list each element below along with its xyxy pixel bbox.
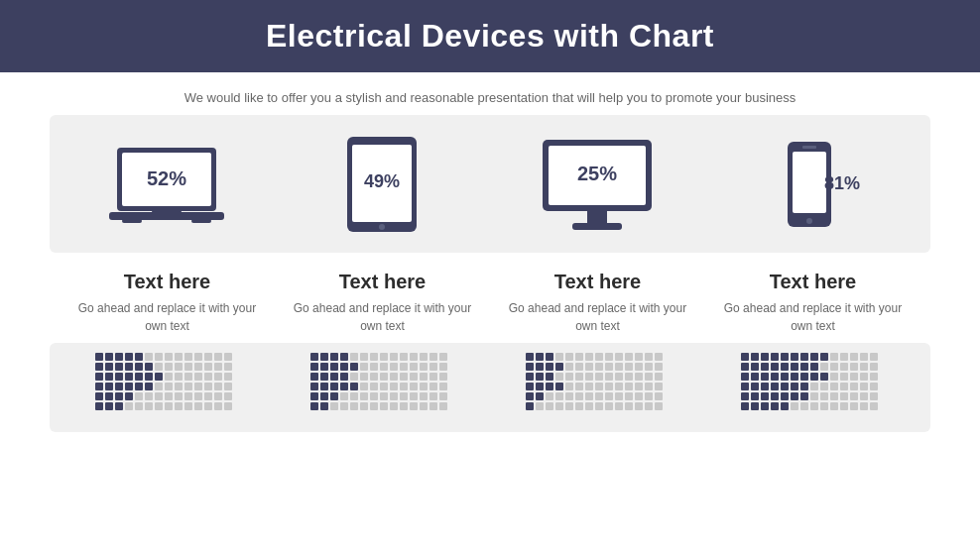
svg-rect-121 bbox=[330, 363, 338, 371]
svg-rect-201 bbox=[645, 353, 653, 361]
svg-rect-113 bbox=[390, 353, 398, 361]
svg-rect-89 bbox=[214, 392, 222, 400]
svg-rect-97 bbox=[155, 402, 163, 410]
svg-rect-310 bbox=[830, 373, 838, 381]
device-tablet: 49% bbox=[288, 135, 477, 238]
svg-rect-36 bbox=[105, 363, 113, 371]
svg-rect-135 bbox=[330, 373, 338, 381]
svg-rect-80 bbox=[125, 392, 133, 400]
text-heading-1: Text here bbox=[72, 271, 262, 293]
svg-rect-142 bbox=[400, 373, 408, 381]
svg-rect-317 bbox=[761, 383, 769, 390]
svg-rect-102 bbox=[204, 402, 212, 410]
svg-rect-61 bbox=[214, 373, 222, 381]
svg-rect-183 bbox=[390, 402, 398, 410]
svg-rect-170 bbox=[400, 392, 408, 400]
svg-rect-268 bbox=[615, 402, 623, 410]
svg-rect-133 bbox=[310, 373, 318, 381]
svg-rect-198 bbox=[615, 353, 623, 361]
svg-rect-203 bbox=[526, 363, 534, 371]
svg-rect-25 bbox=[135, 353, 143, 361]
svg-rect-54 bbox=[145, 373, 153, 381]
svg-rect-71 bbox=[175, 383, 183, 390]
svg-rect-15 bbox=[572, 223, 622, 230]
svg-rect-147 bbox=[310, 383, 318, 390]
svg-text:81%: 81% bbox=[824, 173, 860, 193]
svg-rect-101 bbox=[194, 402, 202, 410]
svg-rect-324 bbox=[830, 383, 838, 390]
svg-rect-347 bbox=[781, 402, 789, 410]
svg-rect-336 bbox=[810, 392, 818, 400]
svg-rect-118 bbox=[439, 353, 447, 361]
svg-rect-67 bbox=[135, 383, 143, 390]
svg-rect-22 bbox=[105, 353, 113, 361]
svg-rect-150 bbox=[340, 383, 348, 390]
svg-rect-197 bbox=[605, 353, 613, 361]
svg-rect-21 bbox=[95, 353, 103, 361]
svg-rect-75 bbox=[214, 383, 222, 390]
svg-rect-117 bbox=[429, 353, 437, 361]
svg-rect-303 bbox=[761, 373, 769, 381]
main-content: 52% 49% bbox=[0, 115, 980, 432]
svg-rect-206 bbox=[555, 363, 563, 371]
svg-rect-86 bbox=[184, 392, 192, 400]
svg-rect-143 bbox=[410, 373, 418, 381]
svg-rect-153 bbox=[370, 383, 378, 390]
svg-rect-202 bbox=[655, 353, 663, 361]
svg-rect-313 bbox=[860, 373, 868, 381]
svg-rect-122 bbox=[340, 363, 348, 371]
svg-rect-288 bbox=[751, 363, 759, 371]
svg-rect-68 bbox=[145, 383, 153, 390]
svg-rect-83 bbox=[155, 392, 163, 400]
svg-rect-234 bbox=[555, 383, 563, 390]
svg-rect-164 bbox=[340, 392, 348, 400]
svg-rect-72 bbox=[184, 383, 192, 390]
text-item-2: Text here Go ahead and replace it with y… bbox=[288, 271, 477, 335]
svg-rect-162 bbox=[320, 392, 328, 400]
svg-rect-216 bbox=[655, 363, 663, 371]
svg-rect-76 bbox=[224, 383, 232, 390]
svg-rect-318 bbox=[771, 383, 779, 390]
svg-rect-323 bbox=[820, 383, 828, 390]
svg-rect-27 bbox=[155, 353, 163, 361]
svg-rect-284 bbox=[850, 353, 858, 361]
svg-rect-107 bbox=[330, 353, 338, 361]
svg-rect-130 bbox=[420, 363, 428, 371]
svg-rect-210 bbox=[595, 363, 603, 371]
svg-rect-287 bbox=[741, 363, 749, 371]
svg-rect-137 bbox=[350, 373, 358, 381]
svg-rect-185 bbox=[410, 402, 418, 410]
svg-rect-105 bbox=[310, 353, 318, 361]
svg-rect-258 bbox=[655, 392, 663, 400]
chart-panel bbox=[50, 343, 930, 432]
svg-rect-178 bbox=[340, 402, 348, 410]
svg-rect-78 bbox=[105, 392, 113, 400]
svg-rect-172 bbox=[420, 392, 428, 400]
text-desc-4: Go ahead and replace it with your own te… bbox=[718, 299, 908, 335]
svg-rect-70 bbox=[165, 383, 173, 390]
svg-rect-24 bbox=[125, 353, 133, 361]
svg-rect-93 bbox=[115, 402, 123, 410]
svg-rect-290 bbox=[771, 363, 779, 371]
svg-rect-173 bbox=[429, 392, 437, 400]
text-desc-1: Go ahead and replace it with your own te… bbox=[72, 299, 262, 335]
svg-rect-345 bbox=[761, 402, 769, 410]
svg-text:49%: 49% bbox=[364, 171, 400, 191]
svg-rect-180 bbox=[360, 402, 368, 410]
svg-rect-92 bbox=[105, 402, 113, 410]
device-laptop: 52% bbox=[72, 143, 262, 231]
svg-rect-248 bbox=[555, 392, 563, 400]
svg-rect-245 bbox=[526, 392, 534, 400]
svg-rect-247 bbox=[546, 392, 553, 400]
svg-rect-218 bbox=[536, 373, 544, 381]
device-phone: 81% bbox=[718, 140, 908, 233]
svg-rect-84 bbox=[165, 392, 173, 400]
svg-rect-346 bbox=[771, 402, 779, 410]
svg-rect-276 bbox=[771, 353, 779, 361]
svg-rect-330 bbox=[751, 392, 759, 400]
svg-rect-41 bbox=[155, 363, 163, 371]
svg-rect-40 bbox=[145, 363, 153, 371]
text-heading-3: Text here bbox=[503, 271, 692, 293]
svg-rect-115 bbox=[410, 353, 418, 361]
svg-rect-294 bbox=[810, 363, 818, 371]
